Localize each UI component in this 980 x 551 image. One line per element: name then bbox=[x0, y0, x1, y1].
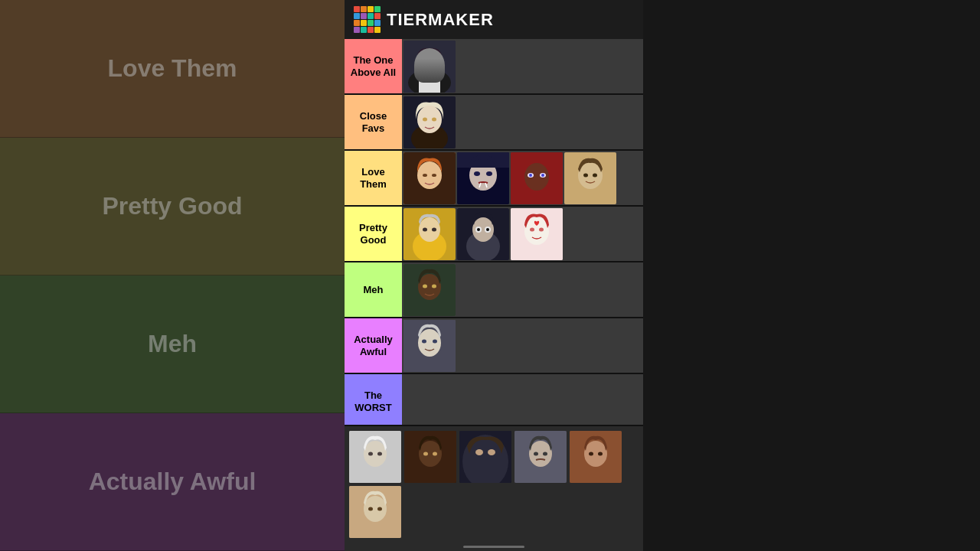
tier-label-b: Love Them bbox=[345, 151, 402, 205]
svg-point-12 bbox=[423, 174, 427, 177]
svg-point-60 bbox=[433, 452, 437, 456]
character-striga[interactable] bbox=[457, 208, 509, 260]
character-dracula[interactable] bbox=[403, 41, 456, 93]
header: TierMaker bbox=[345, 0, 643, 39]
svg-point-72 bbox=[598, 452, 603, 456]
tier-items-b bbox=[402, 151, 643, 205]
svg-point-20 bbox=[524, 163, 549, 191]
tier-items-s bbox=[402, 39, 643, 93]
character-hector[interactable] bbox=[403, 208, 456, 260]
tier-label-a: Close Favs bbox=[345, 95, 402, 149]
scroll-indicator bbox=[463, 546, 524, 548]
svg-point-59 bbox=[423, 452, 428, 456]
svg-point-32 bbox=[423, 228, 427, 232]
svg-point-3 bbox=[423, 60, 427, 64]
svg-point-13 bbox=[432, 174, 436, 177]
portrait-striga bbox=[457, 208, 509, 260]
svg-point-9 bbox=[432, 118, 436, 122]
unranked-item-3[interactable] bbox=[459, 431, 511, 483]
tier-items-c bbox=[402, 207, 643, 261]
character-sypha[interactable] bbox=[403, 152, 456, 204]
tier-label-f: The WORST bbox=[345, 374, 402, 425]
portrait-sala bbox=[403, 264, 456, 316]
tier-row-a: Close Favs bbox=[345, 95, 643, 151]
tier-row-s: The One Above All bbox=[345, 39, 643, 95]
tier-row-e: Actually Awful bbox=[345, 318, 643, 374]
tier-items-e bbox=[402, 318, 643, 373]
svg-point-67 bbox=[534, 452, 538, 456]
svg-point-24 bbox=[541, 174, 544, 177]
portrait-morana bbox=[511, 208, 563, 260]
svg-point-46 bbox=[418, 274, 441, 300]
unranked-item-1[interactable] bbox=[349, 431, 401, 483]
svg-point-40 bbox=[486, 228, 489, 231]
svg-point-51 bbox=[422, 340, 426, 344]
svg-point-58 bbox=[419, 441, 442, 467]
svg-point-33 bbox=[432, 228, 436, 232]
character-sala[interactable] bbox=[403, 264, 456, 316]
svg-point-64 bbox=[488, 449, 495, 455]
svg-point-71 bbox=[589, 452, 593, 456]
app-title: TierMaker bbox=[387, 10, 494, 30]
tier-items-a bbox=[402, 95, 643, 149]
character-godbrand[interactable] bbox=[403, 320, 456, 372]
tier-row-b: Love Them bbox=[345, 151, 643, 207]
svg-point-8 bbox=[423, 118, 427, 122]
svg-point-75 bbox=[368, 507, 373, 511]
bg-panel-meh: Meh bbox=[0, 276, 345, 413]
tiermaker-logo bbox=[354, 6, 381, 33]
character-dark-face[interactable] bbox=[511, 152, 563, 204]
unranked-item-2[interactable] bbox=[404, 431, 456, 483]
svg-point-4 bbox=[432, 60, 436, 64]
svg-point-50 bbox=[418, 329, 441, 357]
svg-point-54 bbox=[364, 441, 387, 467]
svg-point-2 bbox=[417, 48, 442, 76]
svg-point-55 bbox=[368, 452, 373, 456]
portrait-isaac-b bbox=[564, 152, 616, 204]
background-right bbox=[643, 0, 980, 551]
svg-point-52 bbox=[433, 340, 437, 344]
portrait-alucard bbox=[403, 96, 456, 148]
tier-label-c: Pretty Good bbox=[345, 207, 402, 261]
svg-point-70 bbox=[584, 441, 607, 467]
bg-panel-love-them: Love Them bbox=[0, 0, 345, 138]
svg-point-31 bbox=[419, 217, 440, 242]
tier-row-d: Meh bbox=[345, 262, 643, 318]
bg-panel-actually-awful: Actually Awful bbox=[0, 413, 345, 551]
character-morana[interactable] bbox=[511, 208, 563, 260]
tier-label-d: Meh bbox=[345, 262, 402, 317]
svg-point-44 bbox=[539, 228, 544, 232]
svg-point-17 bbox=[474, 171, 480, 176]
portrait-godbrand bbox=[403, 320, 456, 372]
svg-point-76 bbox=[377, 507, 382, 511]
svg-point-18 bbox=[486, 171, 492, 176]
tier-row-c: Pretty Good bbox=[345, 207, 643, 262]
tier-row-f: The WORST bbox=[345, 374, 643, 425]
background-left: Love Them Pretty Good Meh Actually Awful bbox=[0, 0, 345, 551]
svg-point-27 bbox=[583, 174, 588, 178]
bg-panel-pretty-good: Pretty Good bbox=[0, 138, 345, 276]
character-isaac-b[interactable] bbox=[564, 152, 616, 204]
svg-point-68 bbox=[543, 452, 547, 456]
svg-point-63 bbox=[475, 449, 483, 455]
svg-point-43 bbox=[530, 228, 534, 232]
tier-label-s: The One Above All bbox=[345, 39, 402, 93]
tier-list: The One Above All bbox=[345, 39, 643, 425]
unranked-item-4[interactable] bbox=[514, 431, 567, 483]
svg-point-48 bbox=[432, 285, 436, 289]
svg-point-56 bbox=[377, 452, 382, 456]
character-alucard[interactable] bbox=[403, 96, 456, 148]
portrait-dark bbox=[511, 152, 563, 204]
character-carmilla[interactable] bbox=[457, 152, 509, 204]
unranked-item-5[interactable] bbox=[570, 431, 622, 483]
tier-items-f bbox=[402, 374, 643, 425]
portrait-carmilla bbox=[457, 152, 509, 204]
portrait-sypha bbox=[403, 152, 456, 204]
svg-point-47 bbox=[423, 285, 427, 289]
svg-point-28 bbox=[593, 174, 597, 178]
svg-point-66 bbox=[529, 441, 552, 467]
unranked-item-6[interactable] bbox=[349, 486, 401, 538]
tiermaker-panel: TierMaker The One Above All bbox=[345, 0, 643, 551]
tier-label-e: Actually Awful bbox=[345, 318, 402, 373]
portrait-dracula bbox=[403, 41, 456, 93]
